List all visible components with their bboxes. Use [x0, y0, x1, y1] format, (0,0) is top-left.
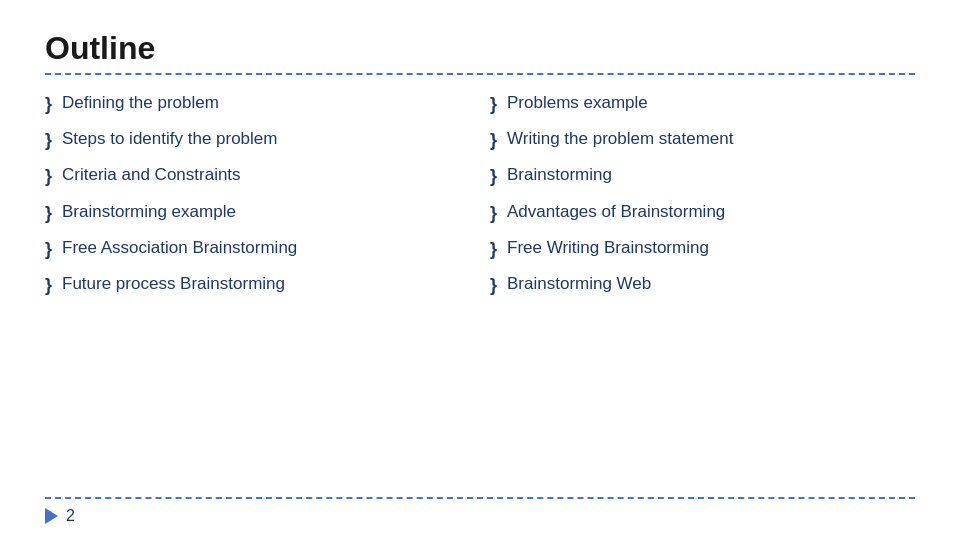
list-item: }Criteria and Constraints: [45, 159, 470, 193]
bullet-icon: }: [490, 237, 497, 262]
bullet-text: Brainstorming: [507, 163, 612, 187]
bullet-icon: }: [45, 128, 52, 153]
bullet-text: Defining the problem: [62, 91, 219, 115]
bullet-icon: }: [45, 237, 52, 262]
list-item: }Future process Brainstorming: [45, 268, 470, 302]
list-item: }Free Association Brainstorming: [45, 232, 470, 266]
slide-title: Outline: [45, 30, 915, 67]
list-item: }Brainstorming Web: [490, 268, 915, 302]
bullet-text: Brainstorming Web: [507, 272, 651, 296]
title-area: Outline: [45, 30, 915, 75]
bullet-text: Problems example: [507, 91, 648, 115]
list-item: }Steps to identify the problem: [45, 123, 470, 157]
bullet-text: Future process Brainstorming: [62, 272, 285, 296]
bullet-text: Advantages of Brainstorming: [507, 200, 725, 224]
bullet-icon: }: [45, 273, 52, 298]
list-item: }Advantages of Brainstorming: [490, 196, 915, 230]
list-item: }Brainstorming example: [45, 196, 470, 230]
bullet-text: Criteria and Constraints: [62, 163, 241, 187]
bullet-icon: }: [490, 201, 497, 226]
list-item: }Writing the problem statement: [490, 123, 915, 157]
bottom-section: 2: [45, 497, 915, 525]
bullet-icon: }: [490, 164, 497, 189]
bullet-text: Free Writing Brainstorming: [507, 236, 709, 260]
bullet-text: Brainstorming example: [62, 200, 236, 224]
title-divider: [45, 73, 915, 75]
bullet-icon: }: [490, 128, 497, 153]
list-item: }Brainstorming: [490, 159, 915, 193]
bullet-text: Free Association Brainstorming: [62, 236, 297, 260]
triangle-icon: [45, 508, 58, 524]
list-item: }Free Writing Brainstorming: [490, 232, 915, 266]
list-item: }Defining the problem: [45, 87, 470, 121]
bullet-icon: }: [45, 92, 52, 117]
slide-container: Outline }Defining the problem}Problems e…: [0, 0, 960, 540]
list-item: }Problems example: [490, 87, 915, 121]
bottom-divider: [45, 497, 915, 499]
bullet-text: Steps to identify the problem: [62, 127, 277, 151]
bullet-icon: }: [45, 201, 52, 226]
bullet-icon: }: [490, 273, 497, 298]
bullet-icon: }: [45, 164, 52, 189]
page-number-area: 2: [45, 507, 915, 525]
page-number: 2: [66, 507, 75, 525]
bullet-icon: }: [490, 92, 497, 117]
bullet-text: Writing the problem statement: [507, 127, 733, 151]
content-area: }Defining the problem}Problems example}S…: [45, 87, 915, 302]
